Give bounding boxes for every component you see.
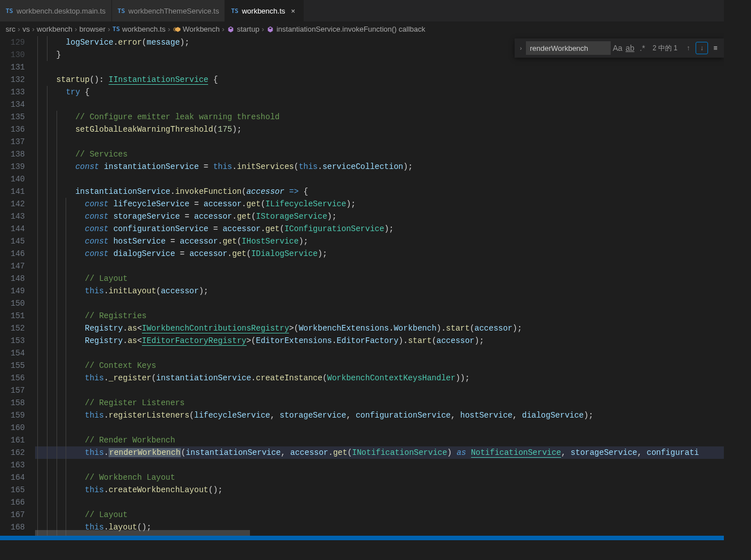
method-icon: [227, 25, 235, 35]
chevron-right-icon: ›: [262, 25, 264, 33]
tab-workbench-theme-service[interactable]: TS workbenchThemeService.ts: [112, 0, 226, 21]
chevron-right-icon: ›: [108, 25, 110, 33]
horizontal-scrollbar[interactable]: [35, 530, 724, 536]
close-icon[interactable]: ×: [288, 7, 297, 15]
chevron-right-icon: ›: [222, 25, 225, 33]
match-case-toggle[interactable]: Aa: [612, 42, 623, 54]
breadcrumb: src › vs › workbench › browser › TS work…: [0, 21, 724, 36]
breadcrumb-callback[interactable]: instantiationService.invokeFunction() ca…: [277, 25, 425, 33]
find-menu-icon[interactable]: ≡: [709, 42, 722, 54]
typescript-icon: TS: [118, 7, 125, 15]
tab-workbench-desktop-main[interactable]: TS workbench.desktop.main.ts: [0, 0, 112, 21]
find-input[interactable]: [526, 41, 611, 55]
class-icon: [172, 25, 180, 35]
tab-label: workbench.ts: [242, 7, 286, 15]
line-number-gutter: 1291301311321331341351361371381391401411…: [0, 36, 35, 536]
breadcrumb-item[interactable]: workbench: [37, 25, 72, 33]
tab-label: workbenchThemeService.ts: [128, 7, 219, 15]
scrollbar-thumb[interactable]: [35, 530, 250, 536]
match-whole-word-toggle[interactable]: ab: [624, 42, 636, 54]
match-count-label: 2 中的 1: [653, 44, 677, 53]
breadcrumb-item[interactable]: vs: [23, 25, 30, 33]
typescript-icon: TS: [113, 25, 120, 33]
typescript-icon: TS: [6, 7, 13, 15]
editor-tab-bar: TS workbench.desktop.main.ts TS workbenc…: [0, 0, 724, 21]
windows-taskbar[interactable]: [0, 536, 724, 540]
find-widget: › Aa ab .* 2 中的 1 ↑ ↓ ≡: [515, 38, 724, 58]
typescript-icon: TS: [231, 7, 238, 15]
code-editor[interactable]: 1291301311321331341351361371381391401411…: [0, 36, 724, 536]
breadcrumb-item[interactable]: src: [6, 25, 15, 33]
breadcrumb-class[interactable]: Workbench: [183, 25, 220, 33]
breadcrumb-file[interactable]: workbench.ts: [122, 25, 166, 33]
breadcrumb-item[interactable]: browser: [79, 25, 105, 33]
chevron-right-icon: ›: [168, 25, 170, 33]
expand-replace-toggle[interactable]: ›: [517, 38, 525, 58]
breadcrumb-method[interactable]: startup: [237, 25, 260, 33]
method-icon: [266, 25, 274, 35]
chevron-right-icon: ›: [32, 25, 34, 33]
code-content[interactable]: logService.error(message); } startup(): …: [35, 36, 724, 536]
chevron-right-icon: ›: [75, 25, 77, 33]
chevron-right-icon: ›: [18, 25, 20, 33]
use-regex-toggle[interactable]: .*: [637, 42, 648, 54]
previous-match-button[interactable]: ↑: [682, 42, 694, 54]
next-match-button[interactable]: ↓: [696, 42, 708, 54]
tab-workbench-active[interactable]: TS workbench.ts ×: [225, 0, 304, 21]
tab-label: workbench.desktop.main.ts: [16, 7, 106, 15]
